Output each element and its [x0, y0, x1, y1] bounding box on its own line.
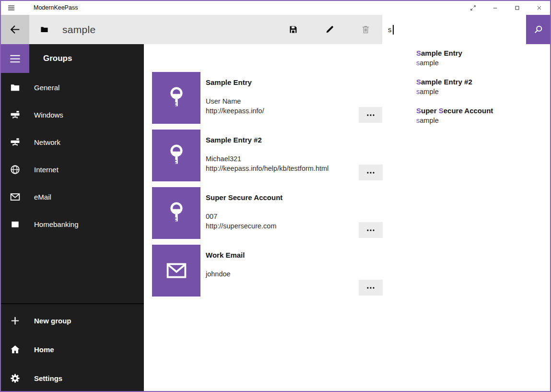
sidebar-item-label: General	[34, 83, 59, 92]
entry-detail: http://supersecure.com	[206, 221, 355, 231]
back-button[interactable]	[1, 15, 29, 44]
sidebar-item-new-group[interactable]: New group	[1, 306, 144, 335]
folder-icon	[10, 82, 21, 93]
sidebar-item-label: eMail	[34, 193, 51, 201]
save-icon	[288, 24, 298, 35]
save-button[interactable]	[282, 15, 304, 44]
entry-row[interactable]: Sample Entry #2Michael321http://keepass.…	[152, 130, 383, 181]
entry-more-button[interactable]	[359, 222, 383, 238]
entry-more-button[interactable]	[359, 107, 383, 123]
entry-more-button[interactable]	[359, 280, 383, 296]
groups-header: Groups	[43, 44, 72, 73]
entry-row[interactable]: Work Emailjohndoe	[152, 245, 383, 297]
sidebar-item-internet[interactable]: Internet	[1, 156, 144, 183]
search-input[interactable]	[382, 15, 526, 44]
entry-detail: Michael321	[206, 154, 355, 164]
search-button[interactable]	[526, 15, 550, 44]
command-bar: sample	[1, 15, 550, 44]
entry-detail: 007	[206, 212, 355, 221]
entry-text: Super Secure Account007http://supersecur…	[206, 187, 355, 231]
search-box	[382, 15, 526, 44]
ellipsis-icon	[364, 166, 377, 179]
entry-title: Super Secure Account	[206, 193, 355, 202]
suggestion-title: Super Secure Account	[416, 106, 550, 116]
hamburger-icon[interactable]	[7, 4, 15, 12]
group-list: GeneralWindowsNetworkInterneteMailHomeba…	[1, 74, 144, 238]
ellipsis-icon	[364, 109, 377, 121]
home-icon	[10, 344, 21, 355]
database-folder-icon	[40, 25, 49, 34]
key-icon	[164, 85, 189, 110]
entry-more-button[interactable]	[359, 165, 383, 180]
search-suggestion[interactable]: Super Secure Accountsample	[382, 102, 550, 131]
sidebar: Groups GeneralWindowsNetworkInterneteMai…	[1, 44, 144, 391]
minimize-icon	[492, 4, 499, 12]
envelope-icon	[10, 191, 21, 202]
trash-icon	[361, 24, 371, 35]
maximize-button[interactable]	[506, 1, 528, 15]
app-window: ModernKeePass sample Groups GeneralWindo…	[0, 0, 551, 392]
maximize-icon	[514, 4, 521, 12]
sidebar-item-label: Network	[34, 138, 60, 146]
entry-title: Sample Entry	[206, 78, 355, 86]
sidebar-item-label: Internet	[34, 166, 59, 174]
pencil-icon	[325, 24, 335, 35]
entry-title: Sample Entry #2	[206, 136, 355, 144]
network-icon	[10, 109, 21, 120]
sidebar-item-homebanking[interactable]: Homebanking	[1, 211, 144, 238]
gear-icon	[10, 373, 21, 384]
sidebar-item-label: Windows	[34, 111, 63, 119]
database-name: sample	[62, 15, 96, 44]
sidebar-item-label: Settings	[34, 374, 62, 382]
entry-text: Sample Entry #2Michael321http://keepass.…	[206, 130, 355, 173]
sidebar-divider	[1, 303, 144, 304]
entry-detail: User Name	[206, 96, 355, 106]
entry-tile	[152, 72, 200, 124]
entry-detail: http://keepass.info/help/kb/testform.htm…	[206, 164, 355, 173]
menu-toggle-button[interactable]	[1, 44, 29, 73]
entry-tile	[152, 187, 200, 239]
sidebar-item-label: New group	[34, 317, 71, 325]
sidebar-item-general[interactable]: General	[1, 74, 144, 101]
key-icon	[164, 143, 189, 168]
ellipsis-icon	[364, 224, 377, 237]
window-controls	[462, 1, 550, 15]
sidebar-item-settings[interactable]: Settings	[1, 364, 144, 392]
network-icon	[10, 137, 21, 148]
suggestion-subtitle: sample	[416, 87, 550, 96]
suggestion-subtitle: sample	[416, 116, 550, 125]
sidebar-item-windows[interactable]: Windows	[1, 101, 144, 129]
entry-row[interactable]: Sample EntryUser Namehttp://keepass.info…	[152, 72, 383, 124]
entry-tile	[152, 130, 200, 181]
sidebar-footer: New groupHomeSettings	[1, 306, 144, 392]
entry-row[interactable]: Super Secure Account007http://supersecur…	[152, 187, 383, 239]
close-icon	[536, 4, 543, 12]
envelope-icon	[165, 259, 188, 282]
search-suggestion[interactable]: Sample Entrysample	[382, 44, 550, 73]
entry-list: Sample EntryUser Namehttp://keepass.info…	[152, 72, 383, 302]
diagonal-arrows-icon	[469, 4, 477, 12]
entry-title: Work Email	[206, 251, 355, 259]
close-button[interactable]	[528, 1, 550, 15]
suggestion-title: Sample Entry #2	[416, 77, 550, 87]
edit-button[interactable]	[318, 15, 340, 44]
magnifier-icon	[533, 24, 544, 35]
sidebar-item-home[interactable]: Home	[1, 335, 144, 364]
sidebar-item-label: Homebanking	[34, 220, 79, 228]
suggestion-subtitle: sample	[416, 58, 550, 68]
suggestion-title: Sample Entry	[416, 48, 550, 58]
app-title: ModernKeePass	[34, 1, 78, 15]
ellipsis-icon	[364, 282, 377, 294]
delete-button[interactable]	[354, 15, 376, 44]
entry-tile	[152, 245, 200, 297]
minimize-button[interactable]	[484, 1, 506, 15]
sidebar-item-label: Home	[34, 345, 54, 354]
sidebar-item-email[interactable]: eMail	[1, 183, 144, 211]
search-suggestion[interactable]: Sample Entry #2sample	[382, 73, 550, 102]
fullscreen-button[interactable]	[462, 1, 484, 15]
hamburger-icon	[9, 52, 22, 65]
plus-icon	[10, 315, 21, 326]
sidebar-item-network[interactable]: Network	[1, 129, 144, 156]
titlebar: ModernKeePass	[1, 1, 550, 15]
search-suggestions: Sample EntrysampleSample Entry #2sampleS…	[382, 44, 550, 131]
